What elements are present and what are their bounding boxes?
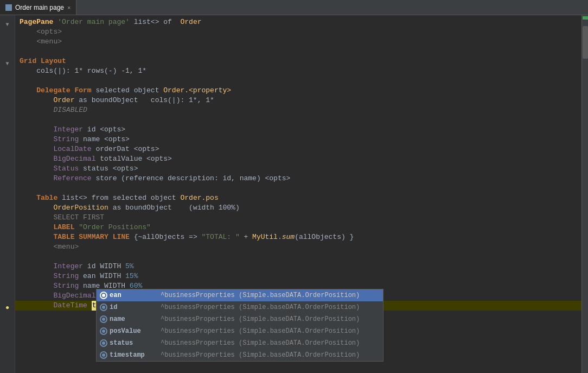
ac-icon-inner-posvalue — [102, 330, 105, 333]
type-integer-2: Integer — [53, 262, 83, 271]
tag-menu-2: <menu> — [53, 242, 79, 252]
space1 — [53, 17, 57, 27]
code-line-1: PagePane 'Order main page' list<> of Ord… — [15, 17, 581, 27]
kw-grid-layout: Grid Layout — [20, 56, 66, 66]
field-store: store (reference description: id, name) … — [92, 174, 291, 184]
gutter-27 — [0, 274, 15, 283]
dot-sum: . — [278, 232, 282, 242]
ac-icon-timestamp — [100, 351, 107, 359]
table-list: list<> from selected object — [57, 193, 180, 203]
type-localdate: LocalDate — [53, 144, 91, 154]
code-editor[interactable]: PagePane 'Order main page' list<> of Ord… — [15, 15, 581, 373]
fold-marker-5[interactable]: ▼ — [0, 59, 15, 68]
indent-23 — [20, 232, 53, 242]
code-line-22: LABEL "Order Positions" — [15, 223, 581, 232]
selected-obj: selected object — [92, 86, 164, 96]
code-line-2: <opts> — [15, 27, 581, 37]
ac-item-timestamp[interactable]: timestamp ^businessProperties (Simple.ba… — [97, 349, 383, 361]
type-string-3: String — [53, 281, 79, 291]
code-line-9: Order as boundObject cols(|): 1*, 1* — [15, 96, 581, 105]
gutter-25 — [0, 254, 15, 264]
field-ean: ean WIDTH — [79, 271, 125, 281]
class-order-2: Order — [53, 96, 74, 105]
type-reference: Reference — [53, 174, 91, 184]
gutter-11 — [0, 117, 15, 127]
tab-order-main-page[interactable]: Order main page × — [0, 0, 76, 15]
editor-container: ▼ ▼ PageP — [0, 15, 588, 373]
code-line-19: Table list<> from selected object Order.… — [15, 193, 581, 203]
tag-opts-1: <opts> — [36, 27, 62, 37]
gutter-6 — [0, 68, 15, 78]
num-5: 5% — [125, 262, 134, 271]
field-status: status <opts> — [79, 164, 138, 174]
indent-30 — [20, 301, 53, 311]
tab-file-icon — [5, 4, 12, 11]
ac-name-status: status — [110, 339, 158, 347]
code-line-12: Integer id <opts> — [15, 125, 581, 135]
kw-list: list<> of — [130, 17, 181, 27]
str-total: "TOTAL: " — [201, 232, 239, 242]
type-integer-1: Integer — [53, 125, 83, 135]
ac-icon-inner-id — [102, 306, 105, 309]
indent-24 — [20, 242, 53, 252]
code-line-20: OrderPosition as boundObject (width 100%… — [15, 203, 581, 213]
ac-detail-status: ^businessProperties (Simple.baseDATA.Ord… — [161, 339, 360, 347]
indent-6: cols(|): 1* rows(-) -1, 1* — [20, 66, 146, 76]
ac-name-timestamp: timestamp — [110, 351, 158, 359]
indent-19 — [20, 193, 36, 203]
gutter-8 — [0, 88, 15, 98]
code-line-23: TABLE SUMMARY LINE {~allObjects => "TOTA… — [15, 232, 581, 242]
kw-select-first: SELECT FIRST — [53, 213, 104, 223]
ac-icon-posvalue — [100, 327, 107, 335]
ac-item-posvalue[interactable]: posValue ^businessProperties (Simple.bas… — [97, 325, 383, 337]
ac-item-ean[interactable]: ean ^businessProperties (Simple.baseDATA… — [97, 289, 383, 301]
gutter-16 — [0, 166, 15, 176]
right-scrollbar[interactable] — [581, 15, 588, 373]
tab-close-button[interactable]: × — [67, 4, 71, 11]
code-line-8: Delegate Form selected object Order.<pro… — [15, 86, 581, 96]
gutter-17 — [0, 176, 15, 186]
gutter-10 — [0, 108, 15, 117]
gutter-30-dot — [0, 303, 15, 313]
ac-icon-status — [100, 339, 107, 347]
indent-14 — [20, 144, 53, 154]
indent-28 — [20, 281, 53, 291]
indent-16 — [20, 164, 53, 174]
code-line-26: Integer id WIDTH 5% — [15, 262, 581, 271]
gutter-9 — [0, 98, 15, 108]
code-line-18 — [15, 184, 581, 193]
kw-table-summary: TABLE SUMMARY LINE — [53, 232, 129, 242]
indent-10 — [20, 105, 53, 115]
code-line-4 — [15, 47, 581, 56]
tag-menu-1: <menu> — [36, 37, 62, 47]
ac-name-name: name — [110, 315, 158, 323]
ac-icon-name — [100, 315, 107, 323]
code-line-14: LocalDate orderDat <opts> — [15, 144, 581, 154]
autocomplete-dropdown[interactable]: ean ^businessProperties (Simple.baseDATA… — [96, 289, 384, 362]
indent-20 — [20, 203, 53, 213]
type-status: Status — [53, 164, 79, 174]
type-bigdecimal-2: BigDecimal — [53, 291, 95, 301]
gutter-4 — [0, 49, 15, 59]
scrollbar-thumb[interactable] — [583, 26, 588, 59]
gutter-21 — [0, 215, 15, 225]
ac-item-name[interactable]: name ^businessProperties (Simple.baseDAT… — [97, 313, 383, 325]
scrollbar-green-marker — [583, 16, 588, 20]
kw-delegate: Delegate Form — [36, 86, 91, 96]
ac-detail-name: ^businessProperties (Simple.baseDATA.Ord… — [161, 315, 360, 323]
class-order: Order — [180, 17, 201, 27]
ac-item-status[interactable]: status ^businessProperties (Simple.baseD… — [97, 337, 383, 349]
ac-detail-id: ^businessProperties (Simple.baseDATA.Ord… — [161, 304, 360, 311]
type-string-1: String — [53, 135, 79, 144]
ac-item-id[interactable]: id ^businessProperties (Simple.baseDATA.… — [97, 301, 383, 313]
field-totalvalue: totalValue <opts> — [95, 154, 171, 164]
gutter-29 — [0, 293, 15, 303]
fold-marker-1[interactable]: ▼ — [0, 20, 15, 29]
indent-13 — [20, 135, 53, 144]
gutter-18 — [0, 186, 15, 195]
gutter-20 — [0, 205, 15, 215]
kw-disabled: DISABLED — [53, 105, 87, 115]
gutter-22 — [0, 225, 15, 235]
ac-name-ean: ean — [110, 292, 158, 299]
indent-15 — [20, 154, 53, 164]
